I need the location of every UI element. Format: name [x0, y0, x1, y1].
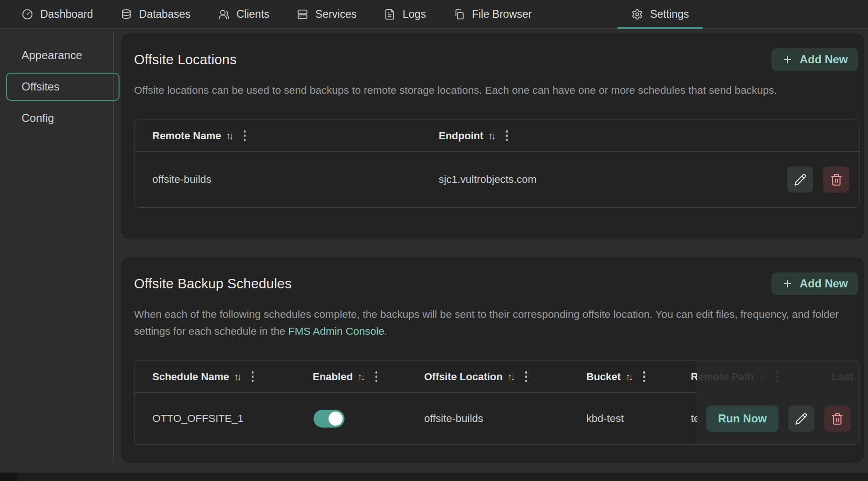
pencil-icon	[795, 413, 808, 425]
add-new-label: Add New	[800, 53, 848, 66]
column-label: Remote Name	[152, 130, 221, 142]
tab-settings[interactable]: Settings	[617, 0, 703, 28]
column-label: Enabled	[313, 371, 353, 383]
tab-clients[interactable]: Clients	[218, 0, 269, 28]
tab-label: Services	[315, 8, 357, 21]
card-header: Offsite Locations Add New	[134, 47, 858, 72]
sort-icon[interactable]: ↑↓	[226, 130, 234, 142]
tab-label: Clients	[237, 8, 269, 21]
column-header-offsite-location: Offsite Location ↑↓	[424, 370, 586, 383]
gear-icon	[631, 8, 643, 20]
add-new-schedule-button[interactable]: Add New	[771, 272, 858, 295]
column-menu-icon[interactable]	[642, 370, 647, 383]
sidebar-item-label: Appearance	[22, 49, 82, 62]
column-menu-icon[interactable]	[504, 129, 509, 142]
edit-button[interactable]	[787, 166, 813, 193]
card-description: Offsite locations can be used to send ba…	[134, 82, 842, 99]
add-new-location-button[interactable]: Add New	[771, 48, 858, 71]
offsite-schedules-card: Offsite Backup Schedules Add New When ea…	[121, 257, 864, 463]
column-menu-icon[interactable]	[242, 129, 247, 142]
offsite-schedules-table: Schedule Name ↑↓ Enabled ↑↓ Offsite Loca…	[134, 361, 860, 445]
table-row: offsite-builds sjc1.vultrobjects.com	[135, 152, 860, 207]
card-description: When each of the following schedules com…	[134, 306, 842, 340]
plus-icon	[782, 278, 793, 289]
column-label: Offsite Location	[424, 371, 502, 383]
trash-icon	[830, 173, 843, 186]
gauge-icon	[22, 8, 33, 20]
tab-services[interactable]: Services	[297, 0, 357, 28]
delete-button[interactable]	[823, 166, 849, 193]
cell-enabled	[313, 410, 424, 428]
cell-remote-name: offsite-builds	[135, 173, 439, 186]
card-header: Offsite Backup Schedules Add New	[134, 271, 858, 296]
add-new-label: Add New	[800, 277, 848, 290]
column-label: Bucket	[586, 371, 621, 383]
sidebar-item-appearance[interactable]: Appearance	[0, 41, 113, 69]
table-header-row: Remote Name ↑↓ Endpoint ↑↓	[135, 120, 860, 152]
bottom-window-edge	[0, 473, 868, 481]
file-text-icon	[384, 8, 396, 20]
main-content: Offsite Locations Add New Offsite locati…	[115, 30, 868, 481]
column-header-schedule-name: Schedule Name ↑↓	[135, 370, 313, 383]
sidebar-item-config[interactable]: Config	[0, 104, 113, 132]
tab-logs[interactable]: Logs	[384, 0, 426, 28]
sort-icon[interactable]: ↑↓	[488, 130, 496, 142]
card-title: Offsite Backup Schedules	[134, 276, 292, 292]
tab-file-browser[interactable]: File Browser	[453, 0, 532, 28]
sort-icon[interactable]: ↑↓	[234, 371, 242, 383]
description-text: .	[384, 325, 387, 337]
column-menu-icon[interactable]	[374, 370, 379, 383]
column-label: Schedule Name	[152, 371, 229, 383]
run-now-button[interactable]: Run Now	[706, 406, 778, 432]
tab-label: Settings	[650, 8, 689, 21]
server-icon	[297, 8, 308, 20]
sort-icon[interactable]: ↑↓	[358, 371, 366, 383]
tab-label: Dashboard	[40, 8, 93, 21]
column-menu-icon[interactable]	[524, 370, 529, 383]
column-header-endpoint: Endpoint ↑↓	[439, 129, 860, 142]
tab-label: File Browser	[472, 8, 532, 21]
card-title: Offsite Locations	[134, 52, 237, 68]
column-header-enabled: Enabled ↑↓	[313, 370, 424, 383]
cell-schedule-name: OTTO_OFFSITE_1	[135, 413, 313, 425]
row-actions	[787, 166, 860, 193]
top-navigation: Dashboard Databases Clients Services Log…	[0, 0, 868, 29]
sort-icon[interactable]: ↑↓	[625, 371, 633, 383]
enabled-toggle[interactable]	[314, 410, 344, 428]
sort-icon[interactable]: ↑↓	[507, 371, 515, 383]
offsite-locations-table: Remote Name ↑↓ Endpoint ↑↓ offsite-build…	[134, 120, 860, 208]
row-actions: Run Now	[706, 406, 851, 432]
toggle-knob	[329, 412, 343, 426]
database-icon	[120, 8, 132, 20]
trash-icon	[831, 413, 844, 425]
users-icon	[218, 8, 230, 20]
column-header-remote-name: Remote Name ↑↓	[135, 129, 439, 142]
cell-endpoint: sjc1.vultrobjects.com	[439, 173, 787, 186]
sidebar-item-label: Offsites	[22, 80, 60, 93]
files-icon	[453, 8, 465, 20]
fms-admin-console-link[interactable]: FMS Admin Console	[288, 325, 384, 337]
sidebar-item-label: Config	[22, 112, 54, 125]
sidebar-item-offsites[interactable]: Offsites	[6, 73, 120, 101]
cell-offsite-location: offsite-builds	[424, 413, 586, 425]
column-menu-icon[interactable]	[250, 370, 255, 383]
column-label: Endpoint	[439, 130, 483, 142]
column-header-bucket: Bucket ↑↓	[586, 370, 691, 383]
tab-label: Logs	[403, 8, 426, 21]
pencil-icon	[794, 173, 807, 186]
edit-button[interactable]	[788, 406, 815, 432]
offsite-locations-card: Offsite Locations Add New Offsite locati…	[121, 33, 864, 240]
tab-label: Databases	[139, 8, 191, 21]
sticky-actions-overlay: Run Now	[697, 361, 860, 444]
settings-sidebar: Appearance Offsites Config	[0, 30, 114, 462]
cell-bucket: kbd-test	[586, 413, 691, 425]
tab-databases[interactable]: Databases	[120, 0, 191, 28]
tab-dashboard[interactable]: Dashboard	[22, 0, 93, 28]
description-text: When each of the following schedules com…	[134, 308, 839, 337]
delete-button[interactable]	[824, 406, 851, 432]
plus-icon	[782, 54, 793, 65]
